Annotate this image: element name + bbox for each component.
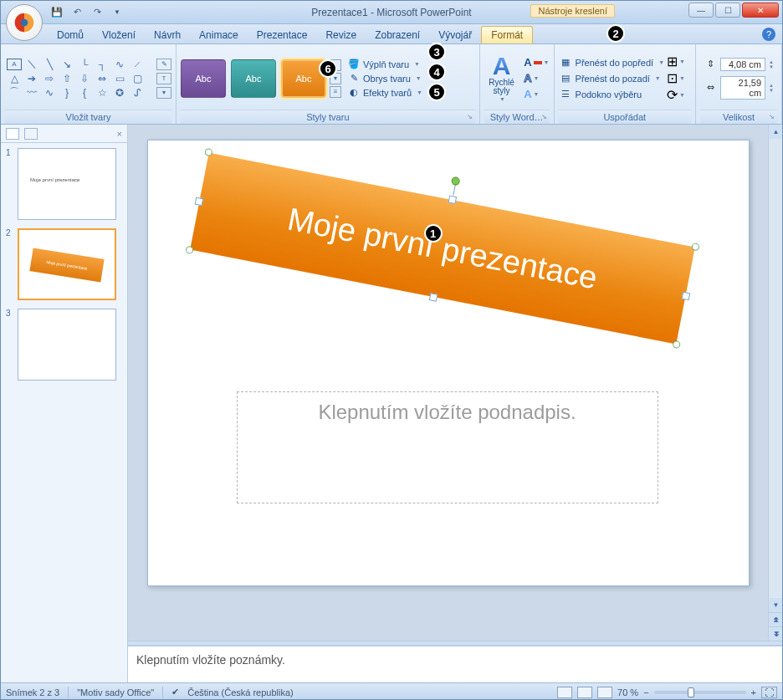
handle-se[interactable] (672, 340, 681, 350)
shape-fill-button[interactable]: 🪣Výplň tvaru▼ (348, 59, 422, 70)
gallery-more-icon[interactable]: ≡ (330, 86, 341, 98)
shape-wave2-icon[interactable]: ∿ (42, 87, 57, 99)
group-button[interactable]: ⊡▼ (669, 72, 683, 85)
shape-arrowd-icon[interactable]: ⇩ (77, 73, 92, 84)
shapes-gallery[interactable]: A ＼ ╲ ↘ └ ┐ ∿ ⟋ △ ➔ ⇨ ⇧ ⇩ ⇔ ▭ ▢ ⌒ 〰 ∿ } (5, 57, 155, 100)
view-sorter-button[interactable] (577, 687, 592, 698)
view-slideshow-button[interactable] (597, 687, 612, 698)
qat-undo[interactable]: ↶ (69, 5, 84, 20)
zoom-slider[interactable] (654, 691, 746, 694)
vertical-scrollbar[interactable]: ▲ ▼ ⯭⯯ (768, 125, 782, 641)
shape-arrowu-icon[interactable]: ⇧ (59, 73, 74, 84)
quick-styles-button[interactable]: A Rychlé styly ▼ (488, 54, 516, 102)
next-slide-icon[interactable]: ⯯ (769, 626, 783, 641)
office-button[interactable] (6, 4, 43, 41)
shape-arrowlr-icon[interactable]: ⇔ (95, 73, 110, 84)
shape-connector-icon[interactable]: ↘ (59, 59, 74, 70)
align-button[interactable]: ⊞▼ (669, 55, 683, 69)
help-icon[interactable]: ? (762, 28, 775, 41)
dialog-launcher-icon-2[interactable]: ↘ (541, 113, 547, 120)
tab-view[interactable]: Zobrazení (366, 27, 429, 43)
minimize-button[interactable]: — (688, 3, 714, 18)
selection-pane-button[interactable]: ☰Podokno výběru (559, 88, 665, 101)
handle-n[interactable] (448, 195, 457, 204)
qat-save[interactable]: 💾 (49, 5, 64, 20)
tab-design[interactable]: Návrh (145, 27, 190, 43)
tab-slideshow[interactable]: Prezentace (248, 27, 317, 43)
shape-textbox-icon[interactable]: A (7, 59, 22, 70)
prev-slide-icon[interactable]: ⯭ (769, 612, 783, 626)
slides-tab[interactable] (6, 128, 19, 140)
dialog-launcher-icon-3[interactable]: ↘ (769, 113, 775, 120)
subtitle-placeholder[interactable]: Klepnutím vložíte podnadpis. (237, 391, 658, 503)
handle-s[interactable] (428, 293, 438, 302)
zoom-value[interactable]: 70 % (617, 687, 638, 697)
edit-shape-icon[interactable]: ✎ (156, 59, 171, 70)
rotate-button[interactable]: ⟳▼ (669, 89, 683, 102)
fit-window-button[interactable]: ⛶ (761, 687, 777, 698)
shape-triangle-icon[interactable]: △ (7, 73, 22, 84)
shape-width-field[interactable]: ⇔21,59 cm▲▼ (704, 76, 774, 100)
tab-insert[interactable]: Vložení (93, 27, 145, 43)
shape-curve-icon[interactable]: ∿ (112, 59, 127, 70)
height-value[interactable]: 4,08 cm (720, 58, 765, 71)
shape-outline-button[interactable]: ✎Obrys tvaru▼ (348, 73, 422, 84)
shape-rect-icon[interactable]: ▭ (112, 73, 127, 84)
shape-star-icon[interactable]: ☆ (95, 87, 110, 99)
handle-e[interactable] (681, 292, 690, 301)
canvas-area[interactable]: Moje první prezentace 1 Klep (128, 125, 768, 641)
tab-developer[interactable]: Vývojář (429, 27, 481, 43)
shapes-gallery-more[interactable]: ✎ T ▾ (156, 59, 171, 99)
shape-freeform-icon[interactable]: ⟋ (130, 59, 145, 70)
scroll-down-icon[interactable]: ▼ (769, 598, 783, 612)
slide-thumb-3[interactable] (18, 309, 116, 381)
shape-line2-icon[interactable]: ╲ (42, 59, 57, 70)
shape-elbow2-icon[interactable]: ┐ (95, 59, 110, 70)
shape-arrowr2-icon[interactable]: ⇨ (42, 73, 57, 84)
spellcheck-icon[interactable]: ✔ (171, 687, 179, 697)
shape-elbow-icon[interactable]: └ (77, 59, 92, 70)
send-to-back-button[interactable]: ▤Přenést do pozadí▼ (559, 72, 665, 85)
status-language[interactable]: Čeština (Česká republika) (187, 687, 294, 697)
slide-thumb-2[interactable]: Moje první prezentace (18, 228, 116, 300)
tab-home[interactable]: Domů (48, 27, 93, 43)
tab-format[interactable]: Formát (481, 26, 533, 43)
zoom-in-button[interactable]: + (751, 687, 756, 697)
qat-redo[interactable]: ↷ (90, 5, 105, 20)
style-swatch-2[interactable]: Abc (231, 59, 276, 98)
close-panel-icon[interactable]: × (117, 129, 122, 139)
shapes-expand-icon[interactable]: ▾ (156, 87, 171, 99)
textbox-icon[interactable]: T (156, 73, 171, 84)
scroll-up-icon[interactable]: ▲ (769, 125, 783, 139)
close-button[interactable]: ✕ (742, 3, 779, 18)
shape-arc-icon[interactable]: ⌒ (7, 87, 22, 99)
title-shape[interactable]: Moje první prezentace (190, 153, 695, 345)
slide-thumb-1[interactable]: Moje první prezentace (18, 148, 116, 220)
rotate-handle[interactable] (450, 176, 460, 186)
shape-wave-icon[interactable]: 〰 (24, 87, 39, 99)
title-shape-wrapper[interactable]: Moje první prezentace (190, 153, 695, 345)
text-effects-button[interactable]: A▼ (524, 88, 549, 100)
qat-more[interactable]: ▼ (110, 5, 125, 20)
shape-brace-icon[interactable]: } (59, 87, 74, 99)
outline-tab[interactable] (24, 128, 38, 140)
handle-sw[interactable] (185, 246, 194, 255)
shape-roundrect-icon[interactable]: ▢ (130, 73, 145, 84)
shape-height-field[interactable]: ⇕4,08 cm▲▼ (704, 58, 774, 71)
zoom-out-button[interactable]: − (643, 687, 648, 697)
tab-animations[interactable]: Animace (190, 27, 248, 43)
width-value[interactable]: 21,59 cm (720, 76, 765, 100)
tab-review[interactable]: Revize (316, 27, 366, 43)
zoom-thumb[interactable] (688, 687, 694, 697)
dialog-launcher-icon[interactable]: ↘ (467, 113, 473, 120)
slide-canvas[interactable]: Moje první prezentace 1 Klep (147, 140, 750, 586)
shape-line-icon[interactable]: ＼ (24, 59, 39, 70)
text-outline-button[interactable]: A▼ (524, 72, 549, 84)
shape-brace2-icon[interactable]: { (77, 87, 92, 99)
shape-callout-icon[interactable]: ✪ (112, 87, 127, 99)
shape-scribble-icon[interactable]: ᔑ (130, 87, 145, 99)
maximize-button[interactable]: ☐ (715, 3, 740, 18)
view-normal-button[interactable] (557, 687, 572, 698)
shape-effects-button[interactable]: ◐Efekty tvarů▼ (348, 87, 422, 99)
bring-to-front-button[interactable]: ▦Přenést do popředí▼ (559, 56, 665, 69)
